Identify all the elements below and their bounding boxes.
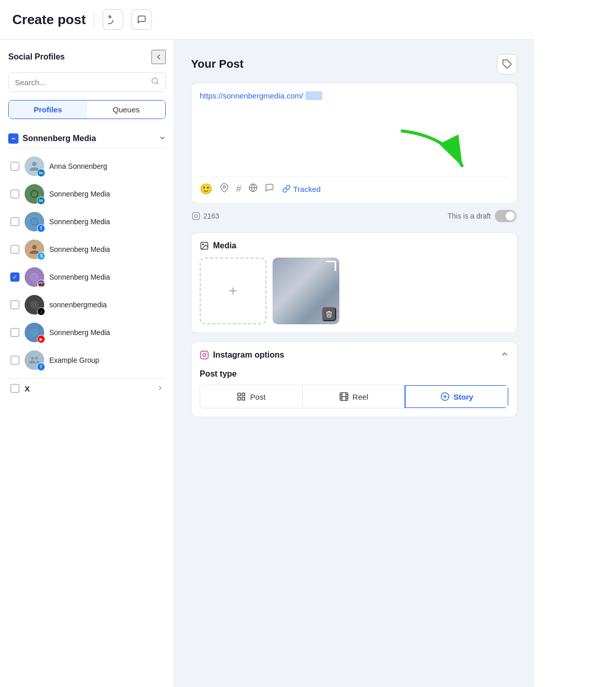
draft-toggle: This is a draft [448, 210, 516, 222]
media-corner-icon [326, 261, 336, 271]
network-badge-facebook: f [37, 224, 45, 232]
list-item[interactable]: in Anna Sonnenberg [8, 152, 166, 180]
group-header[interactable]: − Sonnenberg Media [8, 129, 166, 148]
sidebar-collapse-button[interactable] [151, 50, 166, 64]
svg-point-9 [223, 186, 226, 188]
draft-label: This is a draft [448, 212, 491, 220]
profile-checkbox-7[interactable] [10, 328, 20, 337]
ig-options-title: Instagram options [200, 350, 284, 360]
app-header: Create post [0, 0, 534, 40]
network-badge-twitter: 𝕏 [37, 252, 45, 260]
post-type-section: Post type Post [200, 369, 509, 408]
post-url[interactable]: https://sonnenbergmedia.com/ [200, 91, 509, 100]
network-badge-instagram: 📷 [37, 280, 45, 288]
undo-button[interactable] [103, 9, 123, 30]
avatar: f [25, 212, 44, 231]
svg-point-15 [202, 244, 203, 245]
profile-checkbox-2[interactable] [10, 189, 20, 199]
extra-group-checkbox[interactable] [10, 384, 20, 393]
svg-rect-16 [201, 351, 208, 359]
instagram-options-section: Instagram options Post type [191, 341, 517, 417]
avatar: f [25, 350, 44, 370]
tracked-link[interactable]: Tracked [282, 185, 321, 193]
media-add-icon: + [229, 283, 237, 299]
post-meta: 2163 This is a draft [191, 210, 517, 222]
search-box [8, 72, 166, 92]
location-icon[interactable] [220, 183, 229, 195]
tag-button[interactable] [497, 54, 517, 74]
extra-group-label: X [25, 384, 151, 393]
extra-group[interactable]: X [8, 378, 166, 398]
media-section-title: Media [200, 241, 509, 250]
list-item[interactable]: ✓ 📷 Sonnenberg Media [8, 263, 166, 291]
post-type-label: Post type [200, 369, 509, 379]
chat-button[interactable] [131, 9, 152, 30]
profile-checkbox-1[interactable] [10, 162, 20, 171]
hashtag-icon[interactable]: # [236, 184, 241, 194]
network-badge-facebook: f [37, 363, 45, 371]
draft-switch[interactable] [495, 210, 516, 222]
avatar: in [25, 156, 44, 176]
svg-point-5 [30, 301, 39, 309]
network-badge-linkedin: in [37, 197, 45, 205]
list-item[interactable]: 𝕏 Sonnenberg Media [8, 235, 166, 263]
post-composer: https://sonnenbergmedia.com/ [191, 83, 517, 204]
tab-queues[interactable]: Queues [87, 101, 166, 119]
char-count-value: 2163 [203, 212, 219, 220]
svg-rect-12 [192, 212, 199, 219]
extra-group-chevron-icon [157, 384, 164, 393]
list-item[interactable]: ♪ sonnenbergmedia [8, 291, 166, 319]
tab-group: Profiles Queues [8, 100, 166, 119]
svg-line-1 [157, 83, 158, 84]
ig-options-header[interactable]: Instagram options [200, 350, 509, 360]
svg-rect-18 [238, 393, 241, 396]
sidebar-title: Social Profiles [8, 52, 65, 62]
search-input[interactable] [15, 78, 151, 87]
profile-name: Sonnenberg Media [49, 245, 110, 253]
network-badge-tiktok: ♪ [37, 307, 45, 316]
profile-checkbox-6[interactable] [10, 300, 20, 309]
post-type-story-button[interactable]: Story [405, 385, 509, 408]
ig-options-label: Instagram options [213, 350, 284, 360]
list-item[interactable]: ▶ Sonnenberg Media [8, 319, 166, 346]
post-type-reel-button[interactable]: Reel [303, 385, 406, 408]
url-highlight [305, 91, 322, 100]
post-type-buttons: Post Reel [200, 385, 509, 408]
globe-icon[interactable] [248, 183, 258, 195]
header-divider [94, 11, 94, 28]
post-type-post-label: Post [250, 392, 265, 401]
media-thumbnail [273, 258, 339, 324]
emoji-icon[interactable]: 🙂 [200, 183, 213, 195]
profile-name: Sonnenberg Media [49, 218, 110, 226]
group-name: Sonnenberg Media [23, 134, 155, 143]
group-chevron-icon [159, 134, 166, 143]
main-content: Your Post https://sonnenbergmedia.com/ [175, 40, 534, 687]
post-type-post-button[interactable]: Post [200, 385, 303, 408]
avatar: ♪ [25, 295, 44, 315]
profile-checkbox-5[interactable]: ✓ [10, 272, 20, 282]
list-item[interactable]: f Sonnenberg Media [8, 208, 166, 235]
page-title: Create post [12, 12, 86, 28]
comment-icon[interactable] [265, 183, 274, 195]
group-collapse-icon: − [8, 133, 18, 144]
avatar: in [25, 184, 44, 204]
profile-checkbox-3[interactable] [10, 217, 20, 226]
composer-toolbar: 🙂 # [200, 176, 509, 195]
list-item[interactable]: in Sonnenberg Media [8, 180, 166, 208]
main-layout: Social Profiles Profiles Queues − Sonnen… [0, 40, 534, 687]
url-text: https://sonnenbergmedia.com/ [200, 91, 303, 100]
network-badge-linkedin: in [37, 169, 45, 177]
profile-checkbox-4[interactable] [10, 245, 20, 254]
post-section-header: Your Post [191, 54, 517, 74]
avatar: 𝕏 [25, 240, 44, 259]
avatar: ▶ [25, 323, 44, 342]
media-delete-button[interactable] [322, 307, 336, 321]
media-add-button[interactable]: + [200, 258, 266, 324]
list-item[interactable]: f Example Group [8, 346, 166, 374]
tab-profiles[interactable]: Profiles [9, 101, 87, 119]
post-type-reel-label: Reel [353, 392, 369, 401]
profile-name: Sonnenberg Media [49, 328, 110, 337]
profile-checkbox-8[interactable] [10, 356, 20, 365]
profile-name: Sonnenberg Media [49, 273, 110, 281]
sidebar: Social Profiles Profiles Queues − Sonnen… [0, 40, 175, 687]
